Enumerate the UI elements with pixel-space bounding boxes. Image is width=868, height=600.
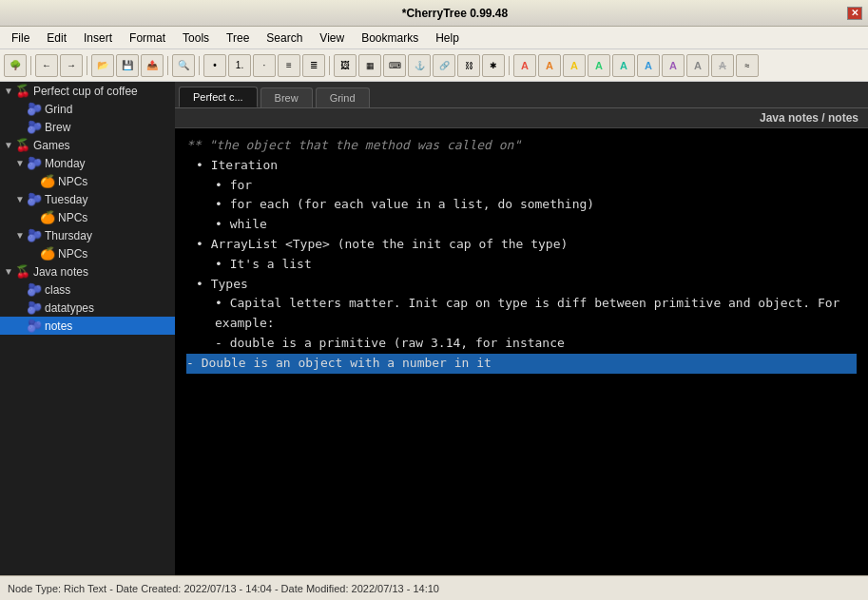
- menu-item-format[interactable]: Format: [122, 29, 173, 47]
- editor-line: • Iteration: [196, 156, 857, 176]
- tb-fg6-button[interactable]: A: [637, 54, 660, 77]
- menubar: FileEditInsertFormatToolsTreeSearchViewB…: [0, 27, 868, 49]
- tree-label-brew: Brew: [45, 121, 70, 134]
- tree-icon-datatypes: 🫐: [27, 300, 42, 315]
- menu-item-bookmarks[interactable]: Bookmarks: [354, 29, 426, 47]
- sidebar-item-games[interactable]: ▼🍒Games: [0, 136, 175, 154]
- tb-codeblock-button[interactable]: ⌨: [383, 54, 406, 77]
- tree-label-monday: Monday: [45, 157, 86, 170]
- menu-item-help[interactable]: Help: [428, 29, 467, 47]
- tb-bullet-button[interactable]: •: [203, 54, 226, 77]
- tree-label-games: Games: [33, 139, 70, 152]
- sidebar-item-tuesday[interactable]: ▼🫐Tuesday: [0, 190, 175, 208]
- editor-line: - Double is an object with a number in i…: [186, 354, 857, 374]
- sidebar-item-npcs-thursday[interactable]: 🍊NPCs: [0, 244, 175, 262]
- tree-label-grind: Grind: [45, 103, 72, 116]
- tree-icon-perfect-cup: 🍒: [15, 84, 30, 98]
- tb-list1-button[interactable]: ≡: [278, 54, 300, 77]
- tree-arrow-thursday: ▼: [15, 230, 25, 241]
- tree-arrow-java-notes: ▼: [4, 266, 13, 277]
- sidebar-item-perfect-cup[interactable]: ▼🍒Perfect cup of coffee: [0, 82, 175, 100]
- menu-item-insert[interactable]: Insert: [76, 29, 120, 47]
- tb-image-button[interactable]: 🖼: [334, 54, 357, 77]
- tb-fg3-button[interactable]: A: [563, 54, 586, 77]
- toolbar-separator-3: [167, 56, 168, 75]
- tb-fg5-button[interactable]: A: [612, 54, 635, 77]
- tree-icon-grind: 🫐: [27, 102, 42, 116]
- sidebar-item-npcs-monday[interactable]: 🍊NPCs: [0, 172, 175, 190]
- tb-fg7-button[interactable]: A: [662, 54, 685, 77]
- tree-icon-npcs-thursday: 🍊: [40, 246, 55, 261]
- sidebar-item-grind[interactable]: 🫐Grind: [0, 100, 175, 118]
- tb-open-button[interactable]: 📂: [91, 54, 114, 77]
- tb-anchor-button[interactable]: ⚓: [408, 54, 431, 77]
- tb-dot2-button[interactable]: ·: [253, 54, 276, 77]
- statusbar: Node Type: Rich Text - Date Created: 202…: [0, 575, 868, 600]
- sidebar-item-npcs-tuesday[interactable]: 🍊NPCs: [0, 208, 175, 226]
- tree-icon-games: 🍒: [15, 138, 30, 152]
- tree-label-npcs-tuesday: NPCs: [58, 211, 87, 224]
- tb-linkb-button[interactable]: ⛓: [457, 54, 480, 77]
- menu-item-edit[interactable]: Edit: [39, 29, 74, 47]
- tb-fg9-button[interactable]: A: [711, 54, 734, 77]
- menu-item-file[interactable]: File: [4, 29, 37, 47]
- tb-find-button[interactable]: 🔍: [172, 54, 195, 77]
- tree-label-npcs-thursday: NPCs: [58, 247, 87, 261]
- titlebar: *CherryTree 0.99.48 ✕: [0, 0, 868, 27]
- breadcrumb: Java notes / notes: [175, 108, 868, 128]
- tree-arrow-monday: ▼: [15, 158, 25, 168]
- menu-item-view[interactable]: View: [312, 29, 352, 47]
- tree-icon-thursday: 🫐: [27, 228, 42, 242]
- sidebar-item-notes[interactable]: 🫐notes: [0, 317, 175, 335]
- tb-save-button[interactable]: 💾: [116, 54, 139, 77]
- toolbar-separator-1: [30, 56, 31, 75]
- editor-area[interactable]: ** "the object that the method was calle…: [175, 128, 868, 575]
- editor-line: - double is a primitive (raw 3.14, for i…: [215, 334, 857, 354]
- tree-label-class: class: [45, 283, 70, 297]
- sidebar-item-datatypes[interactable]: 🫐datatypes: [0, 299, 175, 317]
- main-area: ▼🍒Perfect cup of coffee🫐Grind🫐Brew▼🍒Game…: [0, 82, 868, 575]
- tb-link-button[interactable]: 🔗: [433, 54, 455, 77]
- editor-line: • It's a list: [215, 255, 857, 275]
- tree-label-datatypes: datatypes: [45, 301, 94, 315]
- tb-list2-button[interactable]: ≣: [302, 54, 325, 77]
- tab-brew[interactable]: Brew: [260, 87, 313, 107]
- tab-perfect-c[interactable]: Perfect c...: [179, 87, 258, 107]
- editor-line: • ArrayList <Type> (note the init cap of…: [196, 235, 857, 255]
- tree-label-perfect-cup: Perfect cup of coffee: [33, 85, 138, 98]
- tb-table-button[interactable]: ▦: [358, 54, 381, 77]
- sidebar-item-java-notes[interactable]: ▼🍒Java notes: [0, 262, 175, 281]
- sidebar-item-monday[interactable]: ▼🫐Monday: [0, 154, 175, 172]
- sidebar-item-thursday[interactable]: ▼🫐Thursday: [0, 226, 175, 244]
- window-title: *CherryTree 0.99.48: [63, 7, 847, 20]
- toolbar-separator-6: [509, 56, 510, 75]
- tab-grind[interactable]: Grind: [316, 87, 370, 107]
- tree-icon-class: 🫐: [27, 282, 42, 297]
- tb-fg8-button[interactable]: A: [686, 54, 709, 77]
- tb-export-button[interactable]: 📤: [141, 54, 164, 77]
- tb-fg4-button[interactable]: A: [588, 54, 610, 77]
- tree-label-notes: notes: [45, 319, 72, 333]
- tree-arrow-games: ▼: [4, 140, 13, 150]
- tb-more-button[interactable]: ≈: [736, 54, 759, 77]
- editor-line: ** "the object that the method was calle…: [186, 136, 857, 156]
- tb-forward-button[interactable]: →: [60, 54, 83, 77]
- editor-line: • for: [215, 176, 857, 196]
- close-button[interactable]: ✕: [847, 7, 862, 20]
- toolbar-separator-2: [87, 56, 87, 75]
- sidebar-item-brew[interactable]: 🫐Brew: [0, 118, 175, 136]
- tb-fg2-button[interactable]: A: [538, 54, 561, 77]
- menu-item-tree[interactable]: Tree: [219, 29, 257, 47]
- content-area: Perfect c...BrewGrind Java notes / notes…: [175, 82, 868, 575]
- tb-num-button[interactable]: 1.: [228, 54, 251, 77]
- toolbar: 🌳 ← → 📂 💾 📤 🔍 • 1. · ≡ ≣ 🖼 ▦ ⌨ ⚓ 🔗 ⛓ ✱ A…: [0, 49, 868, 82]
- menu-item-tools[interactable]: Tools: [175, 29, 217, 47]
- tb-tree-icon[interactable]: 🌳: [4, 54, 27, 77]
- tb-back-button[interactable]: ←: [35, 54, 58, 77]
- menu-item-search[interactable]: Search: [259, 29, 310, 47]
- sidebar-item-class[interactable]: 🫐class: [0, 281, 175, 299]
- tb-special-button[interactable]: ✱: [482, 54, 505, 77]
- statusbar-text: Node Type: Rich Text - Date Created: 202…: [8, 583, 439, 594]
- tb-fg1-button[interactable]: A: [513, 54, 536, 77]
- tree-label-thursday: Thursday: [45, 229, 92, 242]
